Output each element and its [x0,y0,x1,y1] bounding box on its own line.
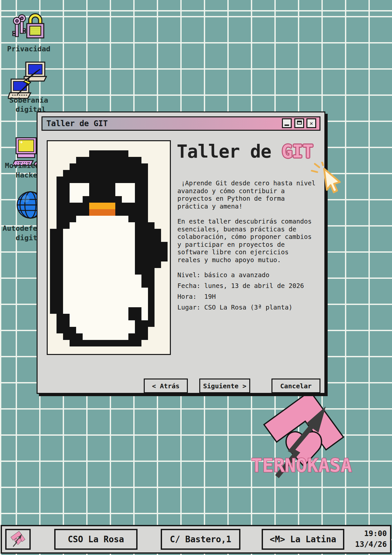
desktop-icon-label-soberania: Soberanía [3,96,55,105]
workshop-heading: Taller de GIT [177,141,313,162]
desktop-icon-privacidad[interactable] [12,11,46,45]
window-title: Taller de GIT [46,117,108,130]
detail-fecha: Fecha: lunes, 13 de abril de 2026 [177,282,324,289]
desktop-icon-label-autodefensa: Autodefe [3,224,37,233]
minimize-button[interactable] [282,118,292,128]
ternokasa-wordmark: TERNOKASA [243,450,359,481]
desktop-icon-label-movimiento: Movimien [5,161,40,170]
keys-lock-icon [12,11,46,44]
close-icon: ✕ [310,120,313,126]
desktop-background: Privacidad Soberanía digital Movimien Ha… [0,0,392,555]
back-button[interactable]: < Atrás [144,378,188,393]
clock-date: 13/4/26 [338,539,387,550]
heading-highlight-git: GIT [282,141,313,162]
heading-prefix: Taller de [177,141,282,162]
ternokasa-text: TERNOKASA [251,455,352,476]
window-taller-de-git: Taller de GIT ✕ Taller de GIT ¡Aprende G… [37,111,325,394]
clock-time: 19:00 [338,528,387,539]
taskbar-item-direccion[interactable]: C/ Bastero,1 [161,529,240,550]
taskbar-clock: 19:00 13/4/26 [338,528,387,550]
close-button[interactable]: ✕ [306,118,316,128]
penguin-pixel-art [50,150,168,346]
taskbar-logo-button[interactable] [5,529,31,550]
next-button[interactable]: Siguiente > [199,378,250,393]
desktop-icon-label-movimiento-2: Hacke [16,171,37,179]
minimize-icon [285,125,289,126]
desktop-icon-label-autodefensa-2: digit [16,234,37,242]
intro-paragraph: ¡Aprende Git desde cero hasta nivel avan… [177,179,324,210]
detail-lugar: Lugar: CSO La Rosa (3ª planta) [177,304,324,311]
maximize-button[interactable] [294,118,304,128]
event-details: Nivel: básico a avanzado Fecha: lunes, 1… [177,272,324,315]
taskbar-item-cso-la-rosa[interactable]: CSO La Rosa [54,529,138,550]
description-paragraph: En este taller descubrirás comandos esen… [177,218,324,264]
maximize-icon [297,121,302,125]
window-titlebar[interactable]: Taller de GIT ✕ [41,116,320,131]
penguin-image-panel [47,140,171,355]
detail-nivel: Nivel: básico a avanzado [177,272,324,278]
taskbar-item-metro[interactable]: <M> La Latina [262,529,344,550]
detail-hora: Hora: 19H [177,293,324,300]
ternokasa-mini-logo-icon [8,530,27,548]
cursor-icon [310,162,344,196]
taskbar: CSO La Rosa C/ Bastero,1 <M> La Latina 1… [1,525,391,554]
desktop-icon-label-privacidad: Privacidad [3,45,55,53]
cancel-button[interactable]: Cancelar [271,378,320,393]
